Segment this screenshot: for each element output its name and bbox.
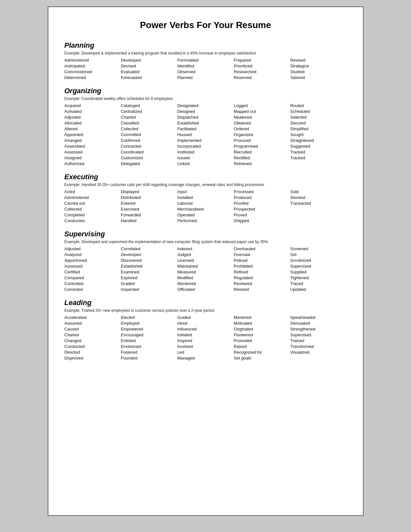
page-title: Power Verbs For Your Resume [64, 20, 347, 34]
word-grid-executing: ActedDisplayedInputProcessedSoldAdminist… [64, 189, 347, 223]
word-cell: Maintained [177, 263, 234, 269]
word-cell: Anticipated [64, 63, 121, 69]
word-cell: Scrutinized [290, 258, 347, 263]
section-title-planning: Planning [64, 41, 347, 50]
word-cell: Tailored [290, 75, 347, 80]
word-cell: Conducted [64, 218, 121, 223]
word-cell: Inspected [121, 287, 177, 292]
word-cell: Determined [64, 75, 121, 80]
word-cell: Assembled [64, 143, 121, 149]
word-cell: Established [121, 263, 177, 269]
word-cell: Ordered [234, 126, 290, 132]
word-cell: Refined [234, 269, 290, 275]
section-example-planning: Example: Developed & implemented a train… [64, 51, 347, 55]
word-cell: Distributed [121, 195, 177, 200]
word-cell: Instituted [177, 149, 234, 155]
word-cell: Oversaw [234, 252, 290, 257]
word-cell: Performed [177, 218, 234, 223]
word-grid-organizing: AcquiredCatalogedDesignatedLoggedRoutedA… [64, 103, 347, 166]
word-cell: Correlated [121, 246, 177, 251]
word-grid-planning: AdministeredDevelopedFormulatedPreparedR… [64, 57, 347, 80]
word-cell: Produced [234, 195, 290, 200]
word-cell: Cataloged [121, 103, 177, 108]
section-organizing: OrganizingExample: Coordinated weekly of… [64, 87, 347, 166]
word-cell: Implemented [177, 138, 234, 143]
word-cell: Researched [234, 69, 290, 74]
word-cell: Strengthened [290, 326, 347, 332]
word-cell: Originated [234, 326, 290, 332]
word-cell: Authorized [64, 161, 121, 166]
word-cell: Designed [177, 109, 234, 114]
word-cell: Established [177, 120, 234, 126]
word-cell: Proofed [234, 201, 290, 206]
word-cell: Empowered [121, 326, 177, 332]
word-cell: Displayed [121, 189, 177, 194]
word-cell: Activated [64, 109, 121, 114]
word-cell: Devised [121, 63, 177, 69]
word-cell: Certified [64, 269, 121, 275]
word-cell: Developed [121, 57, 177, 63]
word-cell: Charted [121, 114, 177, 120]
word-cell: Modified [177, 275, 234, 281]
word-cell: Motivated [234, 320, 290, 326]
word-cell: Reviewed [234, 281, 290, 286]
word-cell: Collected [121, 126, 177, 132]
word-cell: Supervised [290, 332, 347, 338]
word-cell: Initiated [177, 332, 234, 338]
word-cell [290, 161, 347, 166]
section-title-leading: Leading [64, 299, 347, 307]
word-cell: Allocated [64, 120, 121, 126]
word-cell: Committed [121, 132, 177, 137]
word-cell: Indexed [177, 246, 234, 251]
word-cell: Confirmed [121, 138, 177, 143]
word-cell: Entered [121, 201, 177, 206]
word-cell: Chaired [64, 332, 121, 338]
word-cell: Founded [121, 355, 177, 361]
word-cell: Promoted [234, 338, 290, 343]
word-cell: Traced [290, 281, 347, 286]
word-cell: Licensed [177, 258, 234, 263]
word-cell: Identified [177, 63, 234, 69]
word-cell: Analyzed [64, 252, 121, 257]
word-cell: Reserved [234, 75, 290, 80]
word-cell: Evaluated [121, 69, 177, 74]
word-cell: Recognized for [234, 350, 290, 355]
section-supervising: SupervisingExample: Developed and superv… [64, 230, 347, 292]
word-cell: Designated [177, 103, 234, 108]
word-cell: Explored [121, 275, 177, 281]
word-cell: Supplied [290, 269, 347, 275]
word-cell: Revised [234, 287, 290, 292]
section-example-organizing: Example: Coordinated weekly office sched… [64, 96, 347, 101]
section-example-executing: Example: Handled 20-35+ customer calls p… [64, 182, 347, 187]
word-cell: Proved [234, 212, 290, 218]
word-cell: Commissioned [64, 69, 121, 74]
word-cell: Monitored [177, 281, 234, 286]
word-cell: Apportioned [64, 258, 121, 263]
word-cell: Encouraged [121, 332, 177, 338]
word-cell: Transformed [290, 344, 347, 349]
word-cell: Housed [177, 132, 234, 137]
word-cell: Input [177, 189, 234, 194]
section-title-supervising: Supervising [64, 230, 347, 238]
word-cell: Updated [290, 287, 347, 292]
word-cell: Stimulated [290, 320, 347, 326]
word-cell: Classified [121, 120, 177, 126]
word-cell: Tracked [290, 155, 347, 161]
word-cell: Prospected [234, 206, 290, 212]
word-cell: Screened [290, 246, 347, 251]
word-cell: Policed [234, 258, 290, 263]
word-grid-leading: AcceleratedElectedGuidedMentoredSpearhea… [64, 315, 347, 361]
word-cell: Arranged [64, 138, 121, 143]
word-cell: Disproved [64, 355, 121, 361]
word-cell [290, 212, 347, 218]
word-cell: Obtained [234, 120, 290, 126]
word-cell: Forwarded [121, 212, 177, 218]
word-cell: Studied [290, 69, 347, 74]
word-cell: Contracted [121, 143, 177, 149]
word-cell: Accelerated [64, 315, 121, 320]
word-cell: Transacted [290, 201, 347, 206]
word-grid-supervising: AdjustedCorrelatedIndexedOverhauledScree… [64, 246, 347, 292]
word-cell: Overhauled [234, 246, 290, 251]
word-cell: Assumed [64, 320, 121, 326]
word-cell: Regulated [234, 275, 290, 281]
